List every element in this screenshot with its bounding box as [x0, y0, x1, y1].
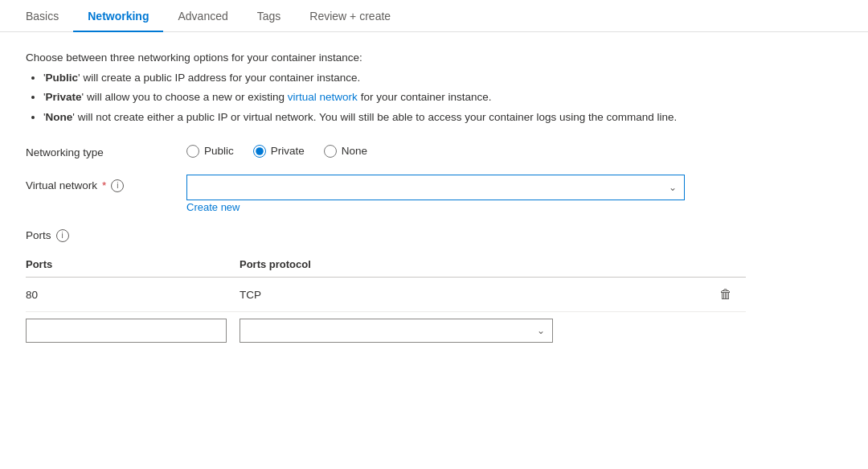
port-input[interactable]	[26, 319, 227, 343]
virtual-network-info-icon[interactable]: i	[111, 179, 124, 192]
protocol-dropdown-container: TCP UDP ⌄	[240, 319, 553, 343]
virtual-network-select[interactable]	[186, 175, 685, 200]
none-bold: None	[46, 111, 73, 123]
protocol-input-cell: TCP UDP ⌄	[240, 311, 716, 349]
networking-type-label: Networking type	[26, 142, 186, 158]
delete-cell: 🗑	[716, 277, 746, 311]
ports-label: Ports i	[26, 229, 746, 242]
tab-basics[interactable]: Basics	[23, 0, 73, 32]
ports-table-body: 80 TCP 🗑	[26, 277, 746, 349]
private-bold: Private	[46, 91, 82, 103]
create-new-link[interactable]: Create new	[186, 201, 240, 213]
protocol-value-cell: TCP	[240, 277, 716, 311]
protocol-action-cell	[716, 311, 746, 349]
port-value: 80	[26, 286, 38, 304]
radio-option-none[interactable]: None	[324, 145, 367, 158]
radio-option-public[interactable]: Public	[186, 145, 234, 158]
virtual-network-row: Virtual network * i ⌄ Create new	[26, 175, 746, 213]
ports-header-row: Ports Ports protocol	[26, 253, 746, 278]
description-intro: Choose between three networking options …	[26, 51, 746, 64]
required-indicator: *	[102, 179, 106, 191]
port-value-cell: 80	[26, 277, 240, 311]
tab-advanced[interactable]: Advanced	[163, 0, 242, 32]
protocol-select[interactable]: TCP UDP	[240, 319, 553, 343]
table-row: 80 TCP 🗑	[26, 277, 746, 311]
radio-none[interactable]	[324, 145, 337, 158]
description-item-public: 'Public' will create a public IP address…	[43, 70, 746, 86]
virtual-network-dropdown-container: ⌄	[186, 175, 685, 200]
action-col-header	[716, 253, 746, 278]
tab-review-create[interactable]: Review + create	[295, 0, 405, 32]
radio-public[interactable]	[186, 145, 199, 158]
main-content: Choose between three networking options …	[0, 32, 772, 368]
tab-tags[interactable]: Tags	[243, 0, 296, 32]
ports-table-header: Ports Ports protocol	[26, 253, 746, 278]
radio-public-label[interactable]: Public	[204, 145, 234, 157]
virtual-network-link[interactable]: virtual network	[288, 91, 358, 103]
ports-table: Ports Ports protocol 80 TCP 🗑	[26, 253, 746, 349]
tab-bar: Basics Networking Advanced Tags Review +…	[0, 0, 868, 32]
description-item-private: 'Private' will allow you to choose a new…	[43, 89, 746, 105]
delete-row-icon[interactable]: 🗑	[716, 284, 735, 305]
protocol-value: TCP	[240, 289, 261, 301]
networking-type-radio-group: Public Private None	[186, 142, 685, 158]
form-section: Networking type Public Private None	[26, 142, 746, 213]
ports-input-row: TCP UDP ⌄	[26, 311, 746, 349]
radio-private-label[interactable]: Private	[271, 145, 305, 157]
virtual-network-label-text: Virtual network	[26, 179, 97, 191]
description-section: Choose between three networking options …	[26, 51, 746, 125]
description-item-none: 'None' will not create either a public I…	[43, 109, 746, 125]
radio-private[interactable]	[253, 145, 266, 158]
tab-networking[interactable]: Networking	[73, 0, 163, 32]
ports-label-text: Ports	[26, 229, 51, 241]
description-list: 'Public' will create a public IP address…	[26, 70, 746, 125]
virtual-network-label: Virtual network * i	[26, 175, 186, 192]
networking-type-row: Networking type Public Private None	[26, 142, 746, 158]
public-bold: Public	[46, 72, 79, 84]
radio-none-label[interactable]: None	[342, 145, 367, 157]
protocol-col-header: Ports protocol	[240, 253, 716, 278]
networking-type-control: Public Private None	[186, 142, 685, 158]
ports-info-icon[interactable]: i	[56, 229, 69, 242]
port-input-cell	[26, 311, 240, 349]
virtual-network-control: ⌄ Create new	[186, 175, 685, 213]
ports-section: Ports i Ports Ports protocol 80 TCP	[26, 229, 746, 349]
radio-option-private[interactable]: Private	[253, 145, 305, 158]
ports-col-header: Ports	[26, 253, 240, 278]
